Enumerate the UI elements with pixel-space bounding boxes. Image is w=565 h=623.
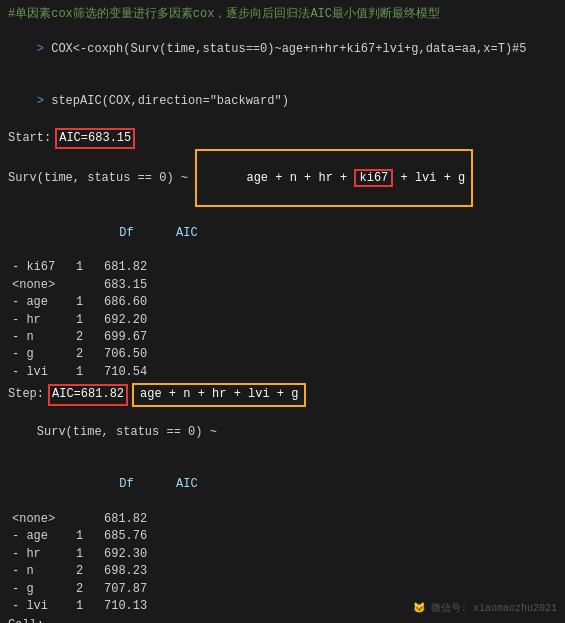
step1-row-n: - n2699.67 bbox=[12, 329, 557, 346]
step1-table: Df AIC - ki671681.82 <none>683.15 - age1… bbox=[12, 207, 557, 381]
comment-line: #单因素cox筛选的变量进行多因素cox，逐步向后回归法AIC最小值判断最终模型 bbox=[8, 6, 557, 23]
step1-col-header: Df AIC bbox=[12, 207, 557, 259]
ki67-highlight: ki67 bbox=[354, 169, 393, 187]
step2-col-header: Df AIC bbox=[12, 459, 557, 511]
step-line: Step: AIC=681.82 age + n + hr + lvi + g bbox=[8, 383, 557, 406]
call-label: Call: bbox=[8, 617, 557, 623]
step1-row-none: <none>683.15 bbox=[12, 277, 557, 294]
start-line: Start: AIC=683.15 bbox=[8, 128, 557, 149]
code-line-1: > COX<-coxph(Surv(time,status==0)~age+n+… bbox=[8, 23, 557, 75]
watermark: 🐱 微信号: xiaomaozhu2021 bbox=[413, 601, 557, 615]
formula-box-2: age + n + hr + lvi + g bbox=[132, 383, 306, 406]
step1-row-ki67: - ki671681.82 bbox=[12, 259, 557, 276]
step1-row-lvi: - lvi1710.54 bbox=[12, 364, 557, 381]
step1-row-hr: - hr1692.20 bbox=[12, 312, 557, 329]
step1-row-g: - g2706.50 bbox=[12, 346, 557, 363]
step2-row-n: - n2698.23 bbox=[12, 563, 557, 580]
step2-table: Df AIC <none>681.82 - age1685.76 - hr169… bbox=[12, 459, 557, 616]
formula-box-1: age + n + hr + ki67 + lvi + g bbox=[195, 149, 473, 207]
step1-row-age: - age1686.60 bbox=[12, 294, 557, 311]
step-aic-badge: AIC=681.82 bbox=[48, 384, 128, 405]
step2-row-none: <none>681.82 bbox=[12, 511, 557, 528]
step2-row-hr: - hr1692.30 bbox=[12, 546, 557, 563]
step2-row-age: - age1685.76 bbox=[12, 528, 557, 545]
console-screen: #单因素cox筛选的变量进行多因素cox，逐步向后回归法AIC最小值判断最终模型… bbox=[0, 0, 565, 623]
surv-formula-2: Surv(time, status == 0) ~ bbox=[8, 407, 557, 459]
surv-formula-1: Surv(time, status == 0) ~ age + n + hr +… bbox=[8, 149, 557, 207]
step2-row-g: - g2707.87 bbox=[12, 581, 557, 598]
start-aic-badge: AIC=683.15 bbox=[55, 128, 135, 149]
code-line-2: > stepAIC(COX,direction="backward") bbox=[8, 76, 557, 128]
